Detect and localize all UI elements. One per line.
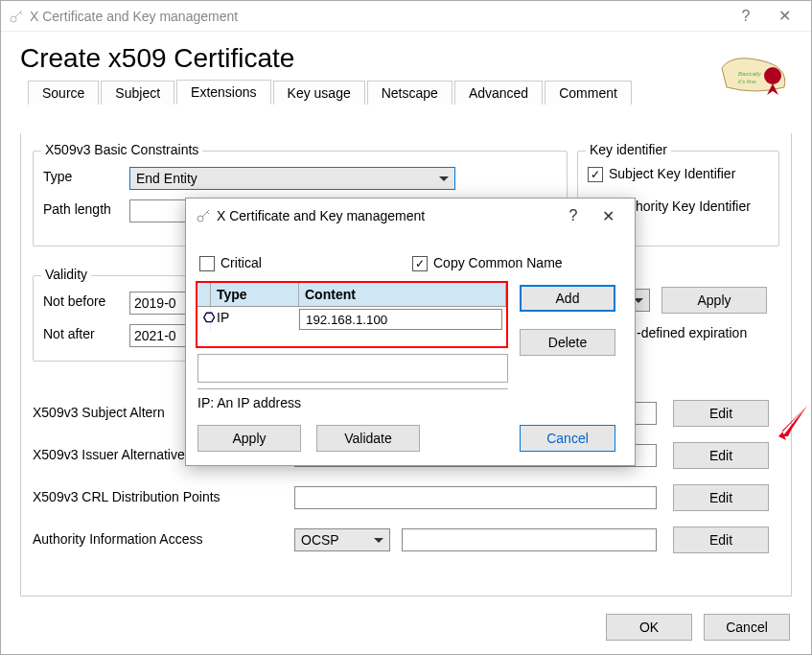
svg-text:it's fine: it's fine	[738, 79, 756, 84]
app-logo: Basically it's fine	[717, 49, 794, 97]
san-blank-row[interactable]	[197, 354, 508, 383]
path-length-label: Path length	[43, 201, 111, 217]
group-title: X509v3 Basic Constraints	[41, 142, 202, 157]
page-title: Create x509 Certificate	[1, 32, 811, 80]
tab-comment[interactable]: Comment	[545, 81, 632, 105]
aia-input[interactable]	[402, 528, 657, 551]
not-before-input[interactable]	[129, 292, 187, 315]
crl-input[interactable]	[294, 486, 657, 509]
dialog-apply-button[interactable]: Apply	[197, 425, 301, 452]
validate-button[interactable]: Validate	[316, 425, 420, 452]
row-marker-icon: ⎔	[197, 307, 211, 332]
col-content-header: Content	[299, 283, 506, 306]
svg-line-2	[20, 12, 22, 14]
help-button[interactable]: ?	[727, 8, 765, 25]
tab-source[interactable]: Source	[28, 81, 99, 105]
tab-bar: SourceSubjectExtensionsKey usageNetscape…	[1, 80, 811, 105]
tab-advanced[interactable]: Advanced	[454, 81, 543, 105]
annotation-arrow	[773, 402, 811, 450]
row-content-input[interactable]	[299, 309, 502, 330]
san-hint: IP: An IP address	[197, 388, 508, 410]
not-after-label: Not after	[43, 326, 95, 341]
group-title: Key identifier	[586, 142, 671, 157]
aia-method-combo[interactable]: OCSP	[294, 528, 390, 551]
aia-label: Authority Information Access	[33, 531, 202, 547]
critical-label: Critical	[220, 255, 262, 270]
expiration-label-partial: -defined expiration	[637, 325, 747, 340]
tab-extensions[interactable]: Extensions	[176, 80, 270, 105]
ok-button[interactable]: OK	[606, 614, 692, 641]
dialog-cancel-button[interactable]: Cancel	[520, 425, 615, 452]
tab-netscape[interactable]: Netscape	[367, 81, 452, 105]
main-window: X Certificate and Key management ? ✕ Cre…	[0, 0, 812, 655]
row-type-combo[interactable]: IP	[211, 307, 299, 332]
delete-button[interactable]: Delete	[520, 329, 615, 356]
not-before-label: Not before	[43, 293, 105, 309]
authority-key-id-label-partial: hority Key Identifier	[636, 199, 751, 214]
subject-key-id-label: Subject Key Identifier	[609, 166, 735, 181]
dialog-titlebar: X Certificate and Key management ? ✕	[186, 199, 635, 233]
type-combo[interactable]: End Entity	[129, 167, 455, 190]
titlebar: X Certificate and Key management ? ✕	[1, 1, 811, 32]
apply-validity-button[interactable]: Apply	[661, 287, 767, 314]
path-length-input[interactable]	[129, 199, 187, 222]
san-edit-button[interactable]: Edit	[673, 400, 769, 427]
san-label: X509v3 Subject Altern	[33, 405, 165, 420]
key-icon	[196, 208, 211, 223]
key-icon	[9, 9, 24, 24]
footer-buttons: OK Cancel	[606, 614, 790, 641]
copy-cn-label: Copy Common Name	[433, 255, 563, 270]
san-row[interactable]: ⎔ IP	[197, 307, 506, 332]
tab-subject[interactable]: Subject	[101, 81, 174, 105]
dialog-title: X Certificate and Key management	[217, 208, 556, 223]
dialog-help-button[interactable]: ?	[556, 207, 591, 224]
add-button[interactable]: Add	[520, 285, 615, 312]
aia-edit-button[interactable]: Edit	[673, 526, 769, 553]
critical-checkbox[interactable]	[199, 256, 215, 271]
col-type-header: Type	[211, 283, 299, 306]
crl-label: X509v3 CRL Distribution Points	[33, 489, 220, 504]
copy-cn-checkbox[interactable]	[412, 256, 428, 271]
svg-point-3	[764, 67, 781, 84]
ian-edit-button[interactable]: Edit	[673, 442, 769, 469]
not-after-input[interactable]	[129, 324, 187, 347]
cancel-button[interactable]: Cancel	[704, 614, 790, 641]
close-button[interactable]: ✕	[765, 7, 803, 25]
svg-line-8	[207, 212, 209, 214]
dialog-close-button[interactable]: ✕	[591, 207, 625, 225]
group-title: Validity	[41, 267, 91, 282]
san-table: Type Content ⎔ IP	[196, 281, 508, 348]
crl-edit-button[interactable]: Edit	[673, 484, 769, 511]
subject-key-id-checkbox[interactable]	[588, 167, 603, 182]
type-label: Type	[43, 169, 72, 184]
svg-text:Basically: Basically	[738, 71, 762, 77]
san-editor-dialog: X Certificate and Key management ? ✕ Cri…	[185, 198, 636, 466]
window-title: X Certificate and Key management	[30, 9, 727, 24]
tab-key-usage[interactable]: Key usage	[273, 81, 365, 105]
